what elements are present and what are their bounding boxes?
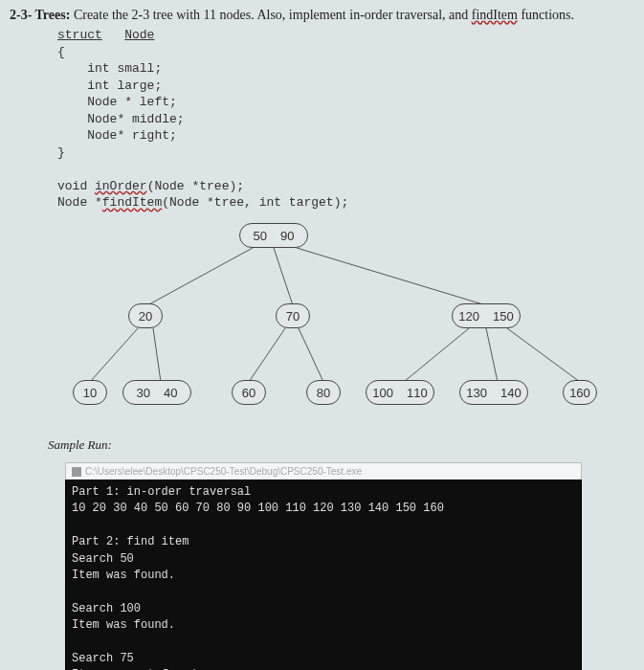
code-brace-open: {	[57, 45, 65, 59]
code-line: Node* right;	[57, 128, 177, 143]
tree-node-130-140: 130 140	[459, 380, 528, 405]
svg-line-1	[274, 248, 293, 305]
node-val: 120	[458, 309, 479, 324]
node-val: 130	[466, 386, 487, 400]
node-val: 160	[569, 386, 590, 400]
node-val: 60	[242, 386, 255, 400]
console-line: Item was found.	[72, 569, 175, 582]
tree-node-160: 160	[563, 380, 597, 405]
tree-node-60: 60	[232, 380, 266, 405]
code-inorder: inOrder	[95, 179, 147, 193]
code-line: Node* middle;	[57, 112, 185, 126]
console-line: Search 75	[72, 652, 134, 665]
console-titlebar: C:\Users\elee\Desktop\CPSC250-Test\Debug…	[65, 462, 582, 480]
tree-node-100-110: 100 110	[366, 380, 434, 405]
code-brace-close: }	[57, 145, 65, 160]
node-val: 30	[137, 386, 150, 400]
node-val: 40	[164, 386, 177, 400]
sample-run-label: Sample Run:	[48, 437, 634, 453]
problem-prefix: 2-3- Trees:	[10, 8, 70, 22]
console-line: Part 1: in-order traversal	[72, 485, 251, 499]
code-kw-struct: struct	[57, 28, 102, 42]
svg-line-5	[249, 328, 285, 382]
node-val: 50	[254, 229, 267, 243]
tree-node-20: 20	[128, 303, 163, 328]
console-window: C:\Users\elee\Desktop\CPSC250-Test\Debug…	[65, 462, 582, 670]
node-val: 70	[286, 309, 300, 324]
tree-node-70: 70	[276, 303, 310, 328]
console-line: Search 100	[72, 602, 141, 615]
code-finditem: findItem	[102, 195, 162, 210]
tree-node-80: 80	[306, 380, 341, 405]
tree-node-30-40: 30 40	[122, 380, 191, 405]
console-title-text: C:\Users\elee\Desktop\CPSC250-Test\Debug…	[85, 466, 362, 477]
problem-statement: 2-3- Trees: Create the 2-3 tree with 11 …	[10, 8, 634, 23]
code-line: int large;	[57, 78, 162, 93]
node-val: 20	[139, 309, 152, 324]
node-val: 150	[493, 309, 514, 324]
node-val: 110	[407, 386, 428, 400]
code-line: Node *	[57, 195, 102, 210]
console-line: Part 2: find item	[72, 535, 189, 548]
node-val: 80	[317, 386, 330, 400]
console-line: Search 50	[72, 552, 134, 566]
svg-line-6	[299, 328, 323, 382]
svg-line-4	[153, 328, 161, 382]
node-val: 10	[83, 386, 97, 400]
node-val: 100	[372, 386, 393, 400]
console-line: Item was found.	[72, 618, 175, 632]
tree-root: 50 90	[239, 223, 308, 248]
code-line: (Node *tree);	[147, 179, 244, 193]
window-icon	[72, 467, 81, 477]
code-line: (Node *tree, int target);	[162, 195, 348, 210]
problem-body-2: functions.	[518, 8, 574, 22]
console-output: Part 1: in-order traversal 10 20 30 40 5…	[65, 480, 582, 670]
code-line: int small;	[57, 61, 162, 76]
svg-line-2	[297, 248, 486, 305]
node-val: 140	[500, 386, 522, 400]
code-kw-node: Node	[124, 28, 154, 42]
problem-body-1: Create the 2-3 tree with 11 nodes. Also,…	[70, 8, 471, 22]
svg-line-8	[486, 328, 498, 382]
svg-line-9	[507, 328, 580, 382]
code-line: Node * left;	[57, 95, 177, 109]
tree-node-120-150: 120 150	[452, 303, 521, 328]
svg-line-3	[90, 328, 138, 382]
console-line: 10 20 30 40 50 60 70 80 90 100 110 120 1…	[72, 502, 444, 515]
node-val: 90	[280, 229, 294, 243]
finditem-word: findItem	[472, 8, 518, 22]
svg-line-7	[404, 328, 469, 382]
code-line: void	[57, 179, 95, 193]
tree-node-10: 10	[73, 380, 107, 405]
code-block: struct Node { int small; int large; Node…	[57, 27, 634, 212]
tree-diagram: 50 90 20 70 120 150 10 30 40 60 80 100 1…	[10, 221, 622, 432]
svg-line-0	[147, 248, 253, 305]
